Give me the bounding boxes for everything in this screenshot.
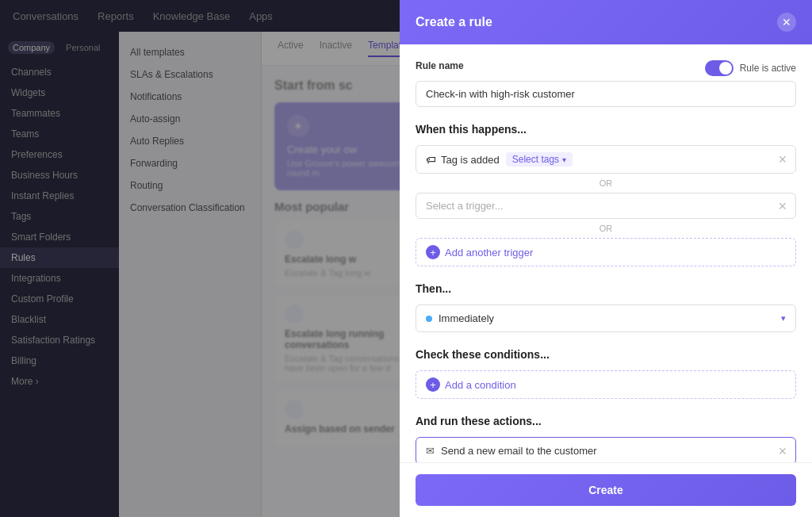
modal-header: Create a rule ✕ <box>400 0 812 44</box>
rule-active-toggle-row: Rule is active <box>705 60 796 76</box>
select-tags-dropdown[interactable]: Select tags ▾ <box>506 152 573 167</box>
trigger-row-1: 🏷 Tag is added Select tags ▾ ✕ <box>416 145 796 174</box>
then-section: Then... Immediately ▾ <box>416 282 796 332</box>
rule-name-section: Rule name Rule is active <box>416 60 796 107</box>
select-tags-label: Select tags <box>512 154 559 165</box>
add-condition-label: Add a condition <box>445 379 516 391</box>
add-trigger-button[interactable]: + Add another trigger <box>416 238 796 266</box>
action-close-icon[interactable]: ✕ <box>778 445 787 458</box>
email-icon: ✉ <box>426 445 435 457</box>
modal-footer: Create <box>400 462 812 517</box>
chevron-down-icon: ▾ <box>781 313 786 324</box>
rule-active-label: Rule is active <box>740 63 796 74</box>
modal-title: Create a rule <box>416 15 492 29</box>
create-button[interactable]: Create <box>416 474 796 506</box>
immediately-label: Immediately <box>439 312 494 324</box>
when-heading: When this happens... <box>416 123 796 136</box>
add-condition-button[interactable]: + Add a condition <box>416 370 796 399</box>
or-divider-2: OR <box>416 224 796 233</box>
trigger-1-label: Tag is added <box>441 154 500 166</box>
trigger-1-close-icon[interactable]: ✕ <box>778 153 787 166</box>
add-condition-icon: + <box>426 377 440 392</box>
trigger-row-2[interactable]: Select a trigger... ✕ <box>416 193 796 219</box>
actions-heading: And run these actions... <box>416 415 796 427</box>
then-heading: Then... <box>416 282 796 295</box>
rule-name-label: Rule name <box>416 60 464 71</box>
create-rule-modal: Create a rule ✕ Rule name Rule is active… <box>400 0 812 517</box>
action-row-send-email: ✉ Send a new email to the customer ✕ <box>416 437 796 462</box>
blue-dot-icon <box>426 316 432 322</box>
rule-name-input[interactable] <box>416 81 796 107</box>
conditions-section: Check these conditions... + Add a condit… <box>416 348 796 399</box>
tag-icon: 🏷 <box>426 154 436 166</box>
chevron-down-icon: ▾ <box>562 155 566 164</box>
actions-section: And run these actions... ✉ Send a new em… <box>416 415 796 462</box>
add-trigger-label: Add another trigger <box>445 247 533 258</box>
action-label: Send a new email to the customer <box>441 445 597 457</box>
conditions-heading: Check these conditions... <box>416 348 796 361</box>
modal-body: Rule name Rule is active When this happe… <box>400 44 812 462</box>
add-trigger-icon: + <box>426 245 440 259</box>
or-divider-1: OR <box>416 178 796 188</box>
trigger-2-placeholder: Select a trigger... <box>426 200 504 212</box>
modal-close-button[interactable]: ✕ <box>777 13 796 32</box>
when-section: When this happens... 🏷 Tag is added Sele… <box>416 123 796 266</box>
rule-active-toggle[interactable] <box>705 60 733 76</box>
immediately-select[interactable]: Immediately ▾ <box>416 304 796 332</box>
immediately-left: Immediately <box>426 312 494 324</box>
trigger-2-close-icon[interactable]: ✕ <box>778 200 787 213</box>
